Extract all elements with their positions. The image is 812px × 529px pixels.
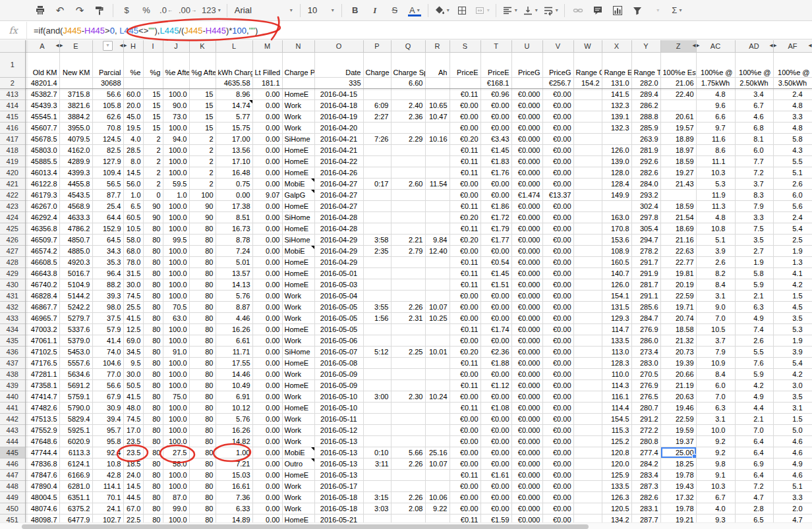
cell[interactable]: 96.4 <box>92 267 123 279</box>
cell[interactable] <box>573 200 602 211</box>
cell[interactable]: €0.00 <box>480 290 511 301</box>
cell[interactable]: 6.7 <box>735 99 773 111</box>
row-header-448[interactable]: 448 <box>0 480 25 491</box>
cell[interactable] <box>660 99 696 111</box>
cell[interactable]: 10.12 <box>216 402 252 413</box>
cell[interactable]: 2.4 <box>773 211 812 223</box>
cell[interactable]: 128.0 <box>602 167 631 178</box>
cell[interactable]: 3.1 <box>696 413 735 424</box>
cell[interactable]: 45885.5 <box>25 155 59 167</box>
cell[interactable]: 0.00 <box>252 245 282 256</box>
cell[interactable]: 100.0 <box>163 245 189 256</box>
cell[interactable]: 2 <box>143 144 163 155</box>
cell[interactable]: 3.7 <box>735 178 773 189</box>
cell[interactable]: 47358.1 <box>25 379 59 391</box>
cell[interactable]: €1.88 <box>480 357 511 368</box>
cell[interactable]: 6020.9 <box>59 435 92 447</box>
cell[interactable]: €1.72 <box>480 211 511 223</box>
cell[interactable]: 14.74 <box>216 99 252 111</box>
cell[interactable]: 64.5 <box>92 234 123 245</box>
cell[interactable] <box>425 200 450 211</box>
cell[interactable]: 100.0 <box>163 279 189 290</box>
cell[interactable]: 3.9 <box>773 346 812 357</box>
cell[interactable] <box>573 391 602 402</box>
cell[interactable]: 34.3 <box>92 245 123 256</box>
cell[interactable]: 3.5 <box>773 391 812 402</box>
cell[interactable]: 10.0 <box>696 424 735 435</box>
cell[interactable]: 2016-04-18 <box>314 99 363 111</box>
cell[interactable] <box>425 256 450 267</box>
cell[interactable]: 80 <box>189 301 216 312</box>
cell[interactable]: 87.7 <box>92 189 123 200</box>
cell[interactable]: €0.000 <box>511 99 542 111</box>
horizontal-align-icon[interactable]: ▾ <box>500 3 520 18</box>
cell[interactable] <box>363 256 391 267</box>
cell[interactable]: 273.4 <box>631 346 660 357</box>
cell[interactable]: 291.9 <box>631 267 660 279</box>
cell[interactable] <box>573 447 602 458</box>
cell[interactable]: €0.00 <box>542 155 573 167</box>
text-wrap-icon[interactable]: ▾ <box>540 3 561 18</box>
cell[interactable]: Work <box>282 491 314 503</box>
cell[interactable]: 7.24 <box>216 245 252 256</box>
cell[interactable]: €0.000 <box>511 368 542 379</box>
cell[interactable]: 2 <box>189 167 216 178</box>
cell[interactable]: 16.48 <box>216 167 252 178</box>
cell[interactable]: 0.00 <box>252 469 282 480</box>
cell[interactable]: €0.000 <box>511 503 542 514</box>
cell[interactable]: 124.5 <box>92 133 123 144</box>
cell[interactable]: 291.2 <box>631 413 660 424</box>
cell[interactable]: 141.5 <box>602 88 631 99</box>
cell[interactable]: 154.1 <box>602 290 631 301</box>
cell[interactable]: 2016-05-17 <box>314 480 363 491</box>
cell[interactable]: 80 <box>189 245 216 256</box>
cell[interactable]: 6.61 <box>216 335 252 346</box>
cell[interactable]: 5.9 <box>735 279 773 290</box>
cell[interactable]: 1.0 <box>123 189 143 200</box>
cell[interactable] <box>573 435 602 447</box>
cell[interactable]: SiHome <box>282 234 314 245</box>
cell[interactable]: 22.59 <box>660 290 696 301</box>
cell[interactable]: 126.0 <box>602 144 631 155</box>
cell[interactable]: 170.8 <box>602 223 631 234</box>
cell[interactable]: 128.3 <box>602 357 631 368</box>
cell[interactable]: 80 <box>143 279 163 290</box>
cell[interactable]: 287.3 <box>631 480 660 491</box>
row-header-436[interactable]: 436 <box>0 346 25 357</box>
cell[interactable]: 100.0 <box>163 211 189 223</box>
cell[interactable]: €0.11 <box>450 279 480 290</box>
cell[interactable]: 3:55 <box>363 301 391 312</box>
cell[interactable]: 6375.2 <box>59 503 92 514</box>
cell[interactable]: 80 <box>189 469 216 480</box>
cell[interactable] <box>391 122 425 133</box>
cell[interactable]: 1.5 <box>773 413 812 424</box>
cell[interactable]: 10.16 <box>425 133 450 144</box>
cell[interactable]: 48004.5 <box>25 491 59 503</box>
cell[interactable]: 2016-05-18 <box>314 491 363 503</box>
cell[interactable]: 163.0 <box>602 211 631 223</box>
cell[interactable]: 8.2 <box>696 267 735 279</box>
bold-button[interactable]: B <box>345 3 365 18</box>
cell[interactable]: 6351.1 <box>59 491 92 503</box>
cell[interactable]: €0.00 <box>450 178 480 189</box>
summary-cell[interactable] <box>59 77 92 88</box>
cell[interactable]: 7.9 <box>696 346 735 357</box>
cell[interactable]: 6.4 <box>735 447 773 458</box>
cell[interactable]: €0.00 <box>542 335 573 346</box>
cell[interactable]: 8.3 <box>735 189 773 200</box>
cell[interactable]: 5.3 <box>773 323 812 335</box>
cell[interactable]: €0.00 <box>542 267 573 279</box>
cell[interactable]: 5634.6 <box>59 368 92 379</box>
cell[interactable]: 4289.9 <box>59 155 92 167</box>
cell[interactable]: 19.57 <box>660 122 696 133</box>
cell[interactable]: 5104.9 <box>59 279 92 290</box>
cell[interactable]: 8.4 <box>696 279 735 290</box>
header-cell[interactable]: Range T <box>631 52 660 77</box>
cell[interactable]: €0.20 <box>450 234 480 245</box>
cell[interactable]: 0.00 <box>252 357 282 368</box>
cell[interactable]: 46965.7 <box>25 312 59 323</box>
cell[interactable]: 2.60 <box>391 178 425 189</box>
cell[interactable]: €0.11 <box>450 379 480 391</box>
summary-cell[interactable]: 1.75kWh <box>696 77 735 88</box>
cell[interactable]: HomeE <box>282 267 314 279</box>
